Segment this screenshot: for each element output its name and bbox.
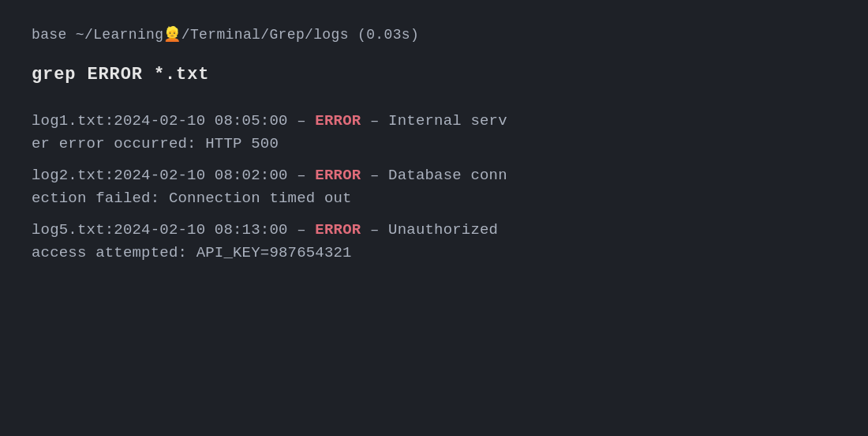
prompt-text: base ~/Learning👱/Terminal/Grep/logs (0.0…: [32, 27, 419, 43]
log3-error: ERROR: [315, 221, 361, 239]
terminal-window: base ~/Learning👱/Terminal/Grep/logs (0.0…: [0, 0, 868, 436]
log-entry-1: log1.txt:2024-02-10 08:05:00 – ERROR – I…: [32, 110, 836, 156]
command-text: grep ERROR *.txt: [32, 65, 209, 85]
log-entry-3: log5.txt:2024-02-10 08:13:00 – ERROR – U…: [32, 219, 836, 265]
log2-prefix: log2.txt:2024-02-10 08:02:00 –: [32, 167, 315, 184]
log1-prefix: log1.txt:2024-02-10 08:05:00 –: [32, 112, 315, 130]
log2-suffix: – Database conn: [361, 167, 507, 184]
prompt-line: base ~/Learning👱/Terminal/Grep/logs (0.0…: [32, 25, 836, 43]
log1-error: ERROR: [315, 112, 361, 130]
log3-cont: access attempted: API_KEY=987654321: [32, 244, 352, 261]
log3-suffix: – Unauthorized: [361, 221, 498, 239]
log1-cont: er error occurred: HTTP 500: [32, 135, 279, 152]
log-entry-2: log2.txt:2024-02-10 08:02:00 – ERROR – D…: [32, 164, 836, 211]
log2-error: ERROR: [315, 167, 361, 184]
command-line: grep ERROR *.txt: [32, 65, 836, 85]
output-block: log1.txt:2024-02-10 08:05:00 – ERROR – I…: [32, 110, 836, 265]
log1-suffix: – Internal serv: [361, 112, 507, 130]
log3-prefix: log5.txt:2024-02-10 08:13:00 –: [32, 221, 315, 239]
log2-cont: ection failed: Connection timed out: [32, 190, 352, 207]
